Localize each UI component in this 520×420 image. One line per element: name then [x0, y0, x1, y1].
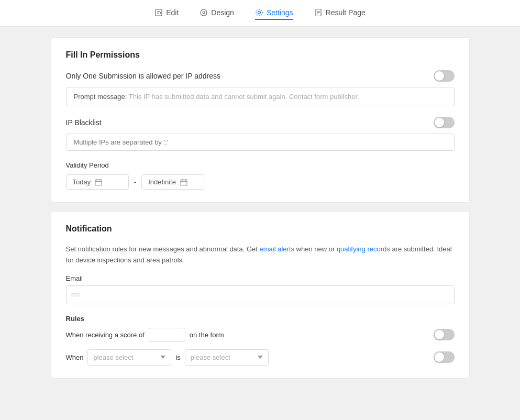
end-date-picker[interactable]: Indefinite [141, 174, 204, 190]
when-row: When please select is please select [66, 349, 455, 366]
score-row-toggle[interactable] [434, 329, 455, 340]
svg-point-4 [203, 12, 205, 14]
nav-item-settings[interactable]: Settings [255, 6, 293, 20]
validity-period-section: Validity Period Today - Indefinite [66, 161, 455, 190]
prompt-placeholder-text: This IP has submitted data and cannot su… [129, 93, 359, 101]
submission-limit-toggle[interactable] [434, 70, 455, 82]
edit-icon [154, 8, 163, 17]
nav-label-result-page: Result Page [326, 8, 366, 17]
prompt-label: Prompt message: [74, 93, 127, 101]
when-row-toggle[interactable] [434, 351, 455, 363]
when-prefix: When [66, 353, 84, 361]
score-suffix: on the form [190, 331, 224, 339]
when-select-1[interactable]: please select [87, 349, 171, 366]
top-navigation: Edit Design Settings Result Page [0, 0, 520, 27]
main-content: Fill In Permissions Only One Submission … [51, 37, 470, 379]
ip-blacklist-input[interactable] [66, 134, 455, 151]
nav-label-edit: Edit [166, 8, 179, 17]
is-text: is [175, 353, 180, 361]
svg-rect-10 [95, 180, 102, 185]
end-date-value: Indefinite [148, 178, 176, 186]
nav-item-result-page[interactable]: Result Page [314, 6, 366, 20]
qualifying-records-link[interactable]: qualifying records [337, 245, 390, 253]
settings-icon [255, 8, 263, 17]
calendar-icon-end [180, 179, 187, 186]
nav-label-settings: Settings [267, 8, 293, 17]
email-label: Email [66, 274, 455, 282]
email-input[interactable] [66, 285, 455, 304]
validity-period-label: Validity Period [66, 161, 455, 169]
when-toggle-track [434, 351, 455, 363]
result-page-icon [314, 8, 323, 17]
svg-rect-14 [181, 180, 187, 185]
when-select-2[interactable]: please select [185, 349, 269, 366]
nav-item-design[interactable]: Design [200, 6, 234, 20]
ip-blacklist-toggle-track [434, 117, 455, 128]
date-row: Today - Indefinite [66, 174, 455, 190]
ip-blacklist-row: IP Blacklist [66, 117, 455, 128]
ip-blacklist-label: IP Blacklist [66, 118, 102, 127]
notification-card: Notification Set notification rules for … [51, 211, 470, 379]
notification-description: Set notification rules for new messages … [66, 244, 455, 266]
prompt-message-box: Prompt message: This IP has submitted da… [66, 87, 455, 106]
toggle-track [434, 70, 455, 82]
score-prefix: When receiving a score of [66, 331, 145, 339]
start-date-picker[interactable]: Today [66, 174, 129, 190]
submission-limit-label: Only One Submission is allowed per IP ad… [66, 72, 220, 80]
svg-point-5 [258, 12, 260, 14]
fill-in-permissions-title: Fill In Permissions [66, 50, 455, 60]
svg-point-3 [201, 9, 207, 16]
email-alerts-link[interactable]: email alerts [259, 245, 294, 253]
score-input[interactable] [149, 328, 185, 342]
nav-item-edit[interactable]: Edit [154, 6, 179, 20]
rules-label: Rules [66, 315, 455, 323]
score-row: When receiving a score of on the form [66, 328, 455, 342]
design-icon [200, 8, 208, 17]
fill-in-permissions-card: Fill In Permissions Only One Submission … [51, 37, 470, 203]
notification-title: Notification [66, 224, 455, 234]
nav-label-design: Design [211, 8, 234, 17]
score-toggle-track [434, 329, 455, 340]
ip-blacklist-toggle[interactable] [434, 117, 455, 128]
calendar-icon-start [95, 179, 102, 186]
start-date-value: Today [73, 178, 91, 186]
date-separator: - [134, 178, 137, 186]
email-tag [71, 293, 80, 296]
submission-limit-row: Only One Submission is allowed per IP ad… [66, 70, 455, 82]
